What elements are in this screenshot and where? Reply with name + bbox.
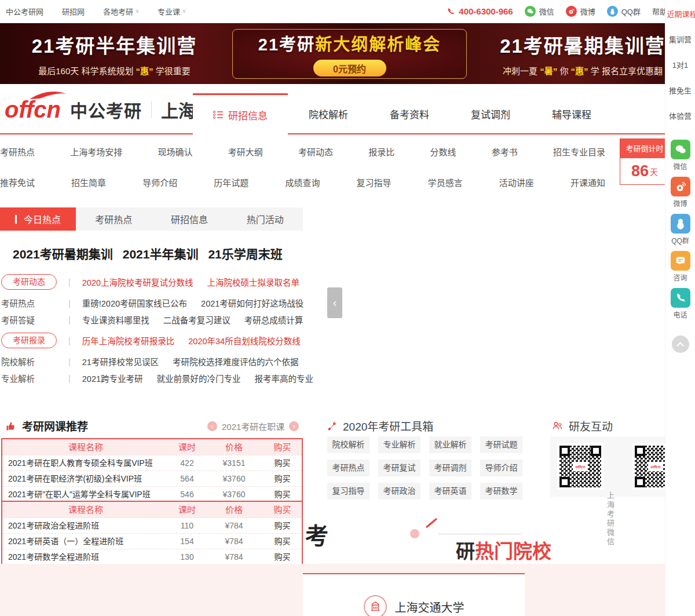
sidebar-camp[interactable]: 集训营 (669, 34, 692, 45)
subnav-link[interactable]: 招生简章 (71, 176, 106, 188)
tab-hot-activity[interactable]: 热门活动 (227, 207, 303, 231)
subnav-link[interactable]: 活动讲座 (499, 176, 534, 188)
nav-item-yanzhao-info[interactable]: 研招信息 (193, 93, 288, 134)
sidebar-tuimian[interactable]: 推免生 (669, 85, 692, 96)
subnav-link[interactable]: 考研大纲 (228, 145, 263, 158)
buy-button[interactable]: 购买 (263, 549, 302, 564)
nav-item-courses[interactable]: 辅导课程 (531, 93, 612, 134)
subnav-link[interactable]: 分数线 (430, 145, 456, 158)
course-name[interactable]: 2021考研政治全程进阶班 (2, 518, 169, 533)
subnav-link[interactable]: 招生专业目录 (553, 145, 605, 158)
subnav-link[interactable]: 推荐免试 (0, 176, 35, 188)
subnav-link[interactable]: 学员感言 (428, 176, 463, 188)
topbar-link-yanzhao[interactable]: 研招网 (62, 6, 85, 17)
sidebar-trial-camp[interactable]: 体验营 (669, 110, 692, 121)
subnav-link[interactable]: 考研热点 (0, 145, 35, 158)
subnav-link[interactable]: 参考书 (492, 145, 518, 158)
news-category-pill[interactable]: 考研报录 (1, 333, 57, 348)
nav-item-school-analysis[interactable]: 院校解析 (288, 93, 369, 134)
tab-kaoyan-hot[interactable]: 考研热点 (76, 207, 152, 231)
sidebar-weibo[interactable]: 微博 (671, 177, 690, 208)
buy-button[interactable]: 购买 (263, 534, 302, 549)
subnav-link[interactable]: 报录比 (368, 145, 394, 158)
subnav-link[interactable]: 开课通知 (570, 176, 605, 188)
headline-link[interactable]: 21乐学周末班 (208, 245, 282, 262)
news-link[interactable]: 就业前景好的冷门专业 (157, 372, 241, 384)
news-link[interactable]: 历年上海院校考研报录比 (82, 334, 175, 347)
banner-halfyear-camp[interactable]: 21考研半年集训营 最后160天 科学系统规划 “惠” 学很重要 (0, 31, 229, 76)
subnav-link[interactable]: 复习指导 (357, 176, 392, 188)
subnav-link[interactable]: 历年试题 (214, 176, 248, 188)
sidebar-wechat[interactable]: 微信 (671, 140, 690, 171)
course-name[interactable]: 2021考研英语（一）全程进阶班 (2, 534, 169, 549)
tool-button[interactable]: 考研试题 (480, 436, 522, 453)
banner-summer-camp[interactable]: 21考研暑期集训营 冲刺一夏 “暑” 你 “惠” 学 报名立享优惠翻 (470, 31, 695, 76)
sidebar-consult[interactable]: 咨询 (671, 251, 690, 282)
back-to-top-button[interactable] (672, 336, 689, 353)
tool-button[interactable]: 考研调剂 (429, 460, 471, 476)
tool-button[interactable]: 考研复试 (378, 460, 420, 476)
news-link[interactable]: 考研总成绩计算 (244, 314, 303, 326)
tab-yanzhao-info[interactable]: 研招信息 (152, 207, 228, 231)
news-link[interactable]: 2020上海院校考研复试分数线 (82, 276, 193, 288)
sidebar-one-on-one[interactable]: 1对1 (672, 59, 688, 70)
topbar-link-majors[interactable]: 专业课 ˅ (158, 6, 186, 17)
news-link[interactable]: 2020年34所自划线院校分数线 (188, 334, 300, 347)
tool-button[interactable]: 专业解析 (378, 436, 420, 453)
nav-item-prep-materials[interactable]: 备考资料 (369, 93, 450, 134)
subnav-link[interactable]: 成绩查询 (285, 176, 320, 188)
headline-link[interactable]: 2021半年集训 (123, 245, 199, 262)
course-name[interactable]: 2021考研数学全程进阶班 (2, 549, 169, 564)
sidebar-recent-courses[interactable]: 近期课程 (666, 8, 695, 19)
news-link[interactable]: 2021跨专业考研 (82, 372, 143, 384)
news-link[interactable]: 上海院校硕士拟录取名单 (207, 276, 300, 288)
carousel-prev-button[interactable]: ‹ (327, 287, 342, 318)
news-link[interactable]: 21考研择校常见误区 (82, 355, 159, 367)
subnav-link[interactable]: 现场确认 (158, 145, 192, 158)
tool-button[interactable]: 考研英语 (429, 483, 471, 500)
subnav-link[interactable]: 考研动态 (298, 145, 333, 158)
news-link[interactable]: 二战备考复习建议 (163, 314, 231, 326)
tool-button[interactable]: 导师介绍 (480, 460, 522, 476)
news-link[interactable]: 重磅!2020考研国家线已公布 (82, 297, 187, 309)
topbar-wechat[interactable]: 微信 (525, 6, 554, 17)
carousel-right-icon[interactable]: › (289, 421, 299, 431)
sidebar-qq-group[interactable]: QQ群 (671, 214, 690, 245)
course-name[interactable]: 2021考研在职人教育专硕全科专属VIP班 (2, 455, 169, 471)
subnav-link[interactable]: 上海考场安排 (70, 145, 122, 158)
news-link[interactable]: 报考率高的专业 (255, 372, 314, 384)
news-link[interactable]: 专业课资料哪里找 (82, 314, 149, 326)
course-name[interactable]: 2021考研在职经济学(初级)全科VIP班 (2, 471, 169, 486)
tool-button[interactable]: 复习指导 (327, 483, 370, 500)
buy-button[interactable]: 购买 (263, 455, 302, 471)
headline-link[interactable]: 2021考研暑期集训 (13, 245, 113, 262)
decor-line (438, 534, 521, 534)
college-card[interactable]: 上海交通大学 (303, 573, 525, 616)
topbar-link-regions[interactable]: 各地考研 ˅ (103, 6, 139, 17)
news-link[interactable]: 考研院校选择难度评估的六个依据 (173, 355, 299, 367)
logo[interactable]: offcn 中公考研 上海 (5, 97, 196, 122)
tool-button[interactable]: 就业解析 (429, 436, 471, 453)
news-category-pill[interactable]: 考研动态 (1, 274, 57, 290)
tool-button[interactable]: 考研数学 (480, 483, 522, 500)
topbar-link-offcn-kaoyan[interactable]: 中公考研网 (6, 6, 43, 17)
tool-button[interactable]: 考研政治 (378, 483, 420, 500)
tab-today-hot[interactable]: 今日热点 (0, 207, 76, 231)
buy-button[interactable]: 购买 (263, 471, 302, 486)
news-link[interactable]: 2021考研如何打好这场战役 (201, 297, 303, 309)
carousel-left-icon[interactable]: ‹ (207, 421, 217, 431)
topbar-qq[interactable]: QQ群 (607, 6, 641, 17)
banner-reserve-button[interactable]: 0元预约 (313, 60, 386, 76)
buy-button[interactable]: 购买 (263, 487, 302, 502)
course-name[interactable]: 2021考研"在职人"运筹学全科专属VIP班 (2, 487, 169, 502)
college-name[interactable]: 上海交通大学 (395, 599, 464, 615)
nav-item-retest-adjust[interactable]: 复试调剂 (450, 93, 531, 134)
topbar-weibo[interactable]: 微博 (566, 6, 595, 17)
tool-button[interactable]: 考研热点 (327, 460, 370, 476)
sidebar-phone[interactable]: 电话 (671, 288, 690, 319)
buy-button[interactable]: 购买 (263, 518, 302, 533)
subnav-link[interactable]: 导师介绍 (142, 176, 177, 188)
tool-button[interactable]: 院校解析 (327, 436, 370, 453)
table-row: 2021考研在职经济学(初级)全科VIP班 564 ¥3760 购买 (2, 471, 302, 486)
banner-syllabus-summit[interactable]: 21考研新大纲解析峰会 0元预约 (232, 29, 467, 79)
